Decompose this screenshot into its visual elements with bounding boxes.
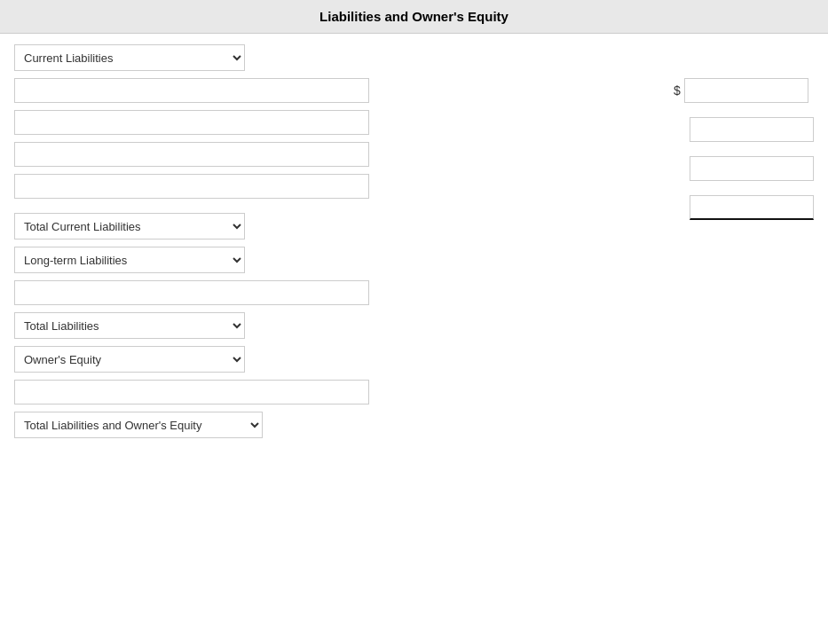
owners-equity-row: Owner's Equity — [14, 346, 814, 373]
label-input-2[interactable] — [14, 110, 369, 135]
right-input-row-4 — [674, 195, 814, 220]
section-header: Liabilities and Owner's Equity — [0, 0, 828, 34]
main-layout: $ — [14, 78, 814, 206]
label-input-4[interactable] — [14, 174, 369, 199]
total-liabilities-left: Total Liabilities — [14, 312, 405, 339]
value-input-3[interactable] — [690, 156, 814, 181]
owners-equity-dropdown[interactable]: Owner's Equity — [14, 346, 245, 373]
label-input-3[interactable] — [14, 142, 369, 167]
total-current-liabilities-dropdown[interactable]: Total Current Liabilities — [14, 213, 245, 240]
dollar-sign: $ — [674, 83, 681, 98]
section-title: Liabilities and Owner's Equity — [319, 9, 509, 24]
total-current-liabilities-left: Total Current Liabilities — [14, 213, 405, 240]
current-liabilities-dropdown[interactable]: Current Liabilities — [14, 44, 245, 71]
total-liabilities-equity-row: Total Liabilities and Owner's Equity — [14, 412, 814, 438]
long-term-liabilities-row: Long-term Liabilities — [14, 247, 814, 273]
owners-equity-input-row — [14, 380, 814, 404]
right-section: $ — [674, 78, 814, 227]
long-term-input-row — [14, 280, 814, 305]
value-input-4[interactable] — [690, 195, 814, 220]
content-area: Current Liabilities — [0, 34, 828, 456]
long-term-liabilities-dropdown[interactable]: Long-term Liabilities — [14, 247, 245, 273]
total-liabilities-equity-dropdown[interactable]: Total Liabilities and Owner's Equity — [14, 412, 263, 438]
current-liabilities-left: Current Liabilities — [14, 44, 405, 71]
total-liabilities-row: Total Liabilities — [14, 312, 814, 339]
value-input-1[interactable] — [684, 78, 808, 103]
right-input-row-3 — [674, 156, 814, 181]
owners-equity-left: Owner's Equity — [14, 346, 405, 373]
page-container: Liabilities and Owner's Equity Current L… — [0, 0, 828, 456]
value-input-2[interactable] — [690, 117, 814, 142]
right-input-row-2 — [674, 117, 814, 142]
label-input-1[interactable] — [14, 78, 369, 103]
total-liabilities-dropdown[interactable]: Total Liabilities — [14, 312, 245, 339]
owners-equity-label-input[interactable] — [14, 380, 369, 404]
right-input-row-1: $ — [674, 78, 814, 103]
current-liabilities-row: Current Liabilities — [14, 44, 814, 71]
total-liabilities-equity-left: Total Liabilities and Owner's Equity — [14, 412, 405, 438]
long-term-liabilities-left: Long-term Liabilities — [14, 247, 405, 273]
long-term-label-input[interactable] — [14, 280, 369, 305]
